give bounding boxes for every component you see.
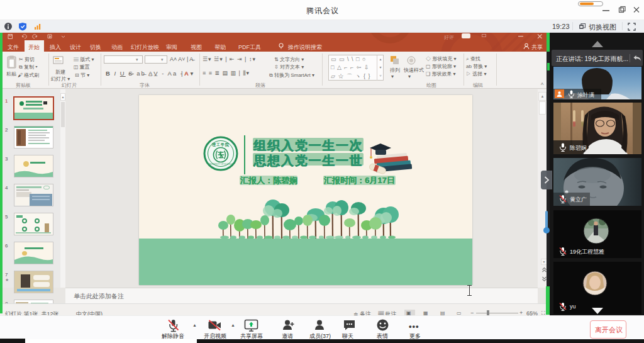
svg-text:理工学院: 理工学院	[211, 142, 230, 147]
svg-text:思想入党一生一世: 思想入党一生一世	[253, 154, 363, 167]
svg-text:组织入党一生一次: 组织入党一生一次	[253, 138, 363, 152]
svg-text:汇报时间：6月17日: 汇报时间：6月17日	[324, 176, 396, 185]
svg-text:汇报人：陈碧娴: 汇报人：陈碧娴	[240, 176, 298, 185]
svg-text:UNIVERSITY OF SCIENCE: UNIVERSITY OF SCIENCE	[208, 163, 233, 166]
